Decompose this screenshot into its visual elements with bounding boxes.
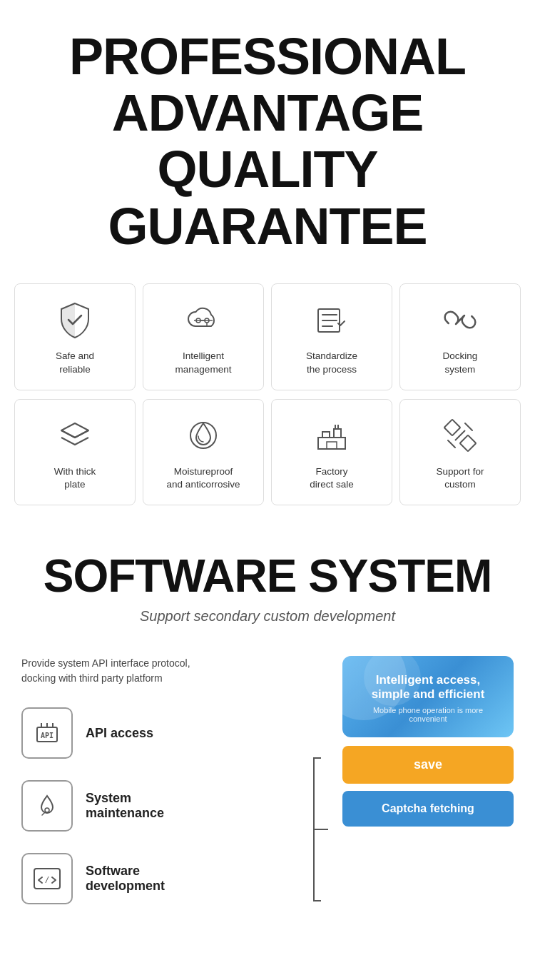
feature-safe-reliable: Safe andreliable [14, 283, 136, 390]
software-item-maintenance: Systemmaintenance [21, 780, 301, 832]
tools-icon [439, 414, 482, 457]
link-icon [439, 298, 482, 341]
shield-icon [54, 298, 96, 341]
feature-moistureproof-label: Moistureproofand anticorrosive [167, 465, 240, 492]
features-row-2: With thickplate Moistureproofand anticor… [14, 399, 521, 506]
feature-moistureproof: Moistureproofand anticorrosive [143, 399, 264, 506]
feature-factory-direct: Factorydirect sale [271, 399, 392, 506]
software-right-panel: Intelligent access,simple and efficient … [342, 656, 514, 827]
software-section: SOFTWARE SYSTEM Support secondary custom… [0, 528, 535, 656]
svg-rect-11 [318, 438, 345, 449]
code-icon: / [21, 853, 73, 904]
software-item-maintenance-label: Systemmaintenance [86, 791, 301, 821]
phone-card-title: Intelligent access,simple and efficient [357, 673, 499, 702]
software-item-development: / Softwaredevelopment [21, 853, 301, 904]
svg-text:API: API [41, 732, 54, 739]
features-row-1: Safe andreliable Intelligentmanagement [14, 283, 521, 390]
software-content: Provide system API interface protocol, d… [14, 656, 521, 926]
leaf-drop-icon [182, 414, 225, 457]
feature-standardize-process-label: Standardizethe process [306, 350, 357, 377]
save-button[interactable]: save [342, 746, 514, 784]
cloud-settings-icon [182, 298, 225, 341]
feature-thick-plate: With thickplate [14, 399, 136, 506]
bracket-connector [307, 733, 328, 926]
feature-thick-plate-label: With thickplate [54, 465, 96, 492]
feature-support-custom: Support forcustom [399, 399, 521, 506]
svg-rect-16 [327, 442, 337, 449]
software-item-api-label: API access [86, 726, 301, 741]
feature-standardize-process: Standardizethe process [271, 283, 392, 390]
svg-rect-18 [460, 435, 477, 451]
software-content-area: Provide system API interface protocol, d… [0, 656, 535, 954]
main-title: PROFESSIONAL ADVANTAGE QUALITY GUARANTEE [14, 29, 521, 255]
checklist-icon [310, 298, 353, 341]
maintenance-icon [21, 780, 73, 832]
api-icon: API [21, 707, 73, 759]
feature-intelligent-management-label: Intelligentmanagement [175, 350, 232, 377]
phone-card-subtitle: Mobile phone operation is more convenien… [357, 706, 499, 723]
svg-rect-17 [444, 419, 461, 435]
feature-safe-reliable-label: Safe andreliable [56, 350, 94, 377]
software-items-list: API API access [21, 707, 301, 926]
svg-rect-12 [322, 432, 330, 438]
feature-docking-system-label: Dockingsystem [443, 350, 478, 377]
software-item-api: API API access [21, 707, 301, 759]
factory-icon [310, 414, 353, 457]
feature-docking-system: Dockingsystem [399, 283, 521, 390]
software-description: Provide system API interface protocol, d… [21, 656, 328, 686]
features-section: Safe andreliable Intelligentmanagement [0, 276, 535, 529]
header-section: PROFESSIONAL ADVANTAGE QUALITY GUARANTEE [0, 0, 535, 276]
feature-factory-direct-label: Factorydirect sale [310, 465, 354, 492]
layers-icon [54, 414, 96, 457]
captcha-button[interactable]: Captcha fetching [342, 791, 514, 827]
svg-rect-13 [334, 429, 341, 438]
feature-support-custom-label: Support forcustom [437, 465, 484, 492]
software-item-development-label: Softwaredevelopment [86, 864, 301, 894]
phone-card: Intelligent access,simple and efficient … [342, 656, 514, 737]
svg-point-25 [45, 808, 49, 812]
software-left-panel: Provide system API interface protocol, d… [21, 656, 328, 926]
feature-intelligent-management: Intelligentmanagement [143, 283, 264, 390]
svg-text:/: / [45, 875, 50, 884]
software-subtitle: Support secondary custom development [14, 608, 521, 625]
software-title: SOFTWARE SYSTEM [14, 550, 521, 602]
